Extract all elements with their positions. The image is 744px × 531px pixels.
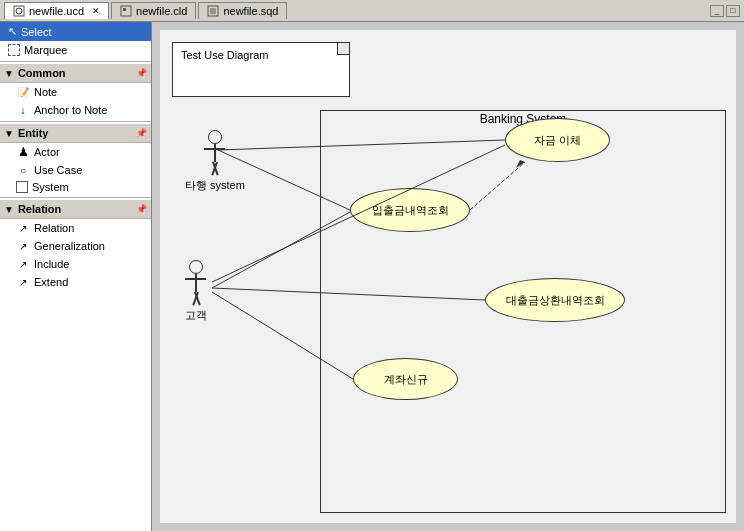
minimize-button[interactable]: _ bbox=[710, 5, 724, 17]
title-bar: newfile.ucd ✕ newfile.cld newfile.sqd _ … bbox=[0, 0, 744, 22]
restore-button[interactable]: □ bbox=[726, 5, 740, 17]
common-expand-icon: ▼ bbox=[4, 68, 14, 79]
note-label: Note bbox=[34, 86, 57, 98]
svg-rect-3 bbox=[123, 8, 126, 11]
sidebar-item-note[interactable]: 📝 Note bbox=[0, 83, 151, 101]
select-label: Select bbox=[21, 26, 52, 38]
actor-taeng-arms bbox=[204, 148, 225, 150]
use-case-icon: ○ bbox=[16, 163, 30, 177]
use-case-jageum-label: 자금 이체 bbox=[534, 133, 581, 148]
separator-2 bbox=[0, 121, 151, 122]
relation-pin-icon[interactable]: 📌 bbox=[136, 204, 147, 214]
note-icon: 📝 bbox=[16, 85, 30, 99]
section-entity[interactable]: ▼ Entity 📌 bbox=[0, 124, 151, 143]
sidebar-item-extend[interactable]: ↗ Extend bbox=[0, 273, 151, 291]
actor-gaekaek-body bbox=[195, 274, 197, 292]
sidebar-item-generalization[interactable]: ↗ Generalization bbox=[0, 237, 151, 255]
separator-3 bbox=[0, 197, 151, 198]
generalization-icon: ↗ bbox=[16, 239, 30, 253]
canvas-area[interactable]: Test Use Diagram Banking System bbox=[152, 22, 744, 531]
use-case-gyejwa-label: 계좌신규 bbox=[384, 372, 428, 387]
sidebar: ↖ Select Marquee ▼ Common 📌 📝 Note ↓ Anc… bbox=[0, 22, 152, 531]
actor-gaekaek-arms bbox=[185, 278, 206, 280]
actor-gaekaek-legs bbox=[194, 292, 199, 306]
sidebar-item-use-case[interactable]: ○ Use Case bbox=[0, 161, 151, 179]
actor-taeng-legs bbox=[212, 162, 217, 176]
svg-point-1 bbox=[16, 8, 22, 14]
tab-cld[interactable]: newfile.cld bbox=[111, 2, 196, 19]
tab-sqd-label: newfile.sqd bbox=[223, 5, 278, 17]
use-case-daechul-label: 대출금상환내역조회 bbox=[506, 293, 605, 308]
actor-taeng-label: 타행 system bbox=[185, 178, 245, 193]
entity-label: Entity bbox=[18, 127, 49, 139]
note-box[interactable]: Test Use Diagram bbox=[172, 42, 350, 97]
common-label: Common bbox=[18, 67, 66, 79]
actor-taeng-figure bbox=[208, 130, 222, 176]
relation-label: Relation bbox=[18, 203, 61, 215]
entity-pin-icon[interactable]: 📌 bbox=[136, 128, 147, 138]
use-case-ibchul[interactable]: 입출금내역조회 bbox=[350, 188, 470, 232]
sidebar-item-relation[interactable]: ↗ Relation bbox=[0, 219, 151, 237]
system-label: System bbox=[32, 181, 69, 193]
select-tool[interactable]: ↖ Select bbox=[0, 22, 151, 41]
generalization-label: Generalization bbox=[34, 240, 105, 252]
system-icon bbox=[16, 181, 28, 193]
extend-icon: ↗ bbox=[16, 275, 30, 289]
sidebar-item-anchor-to-note[interactable]: ↓ Anchor to Note bbox=[0, 101, 151, 119]
use-case-jageum[interactable]: 자금 이체 bbox=[505, 118, 610, 162]
sidebar-item-system[interactable]: System bbox=[0, 179, 151, 195]
relation-item-label: Relation bbox=[34, 222, 74, 234]
include-label: Include bbox=[34, 258, 69, 270]
tab-ucd-close[interactable]: ✕ bbox=[92, 6, 100, 16]
use-case-label: Use Case bbox=[34, 164, 82, 176]
anchor-to-note-label: Anchor to Note bbox=[34, 104, 107, 116]
actor-gaekaek-head bbox=[189, 260, 203, 274]
actor-gaekaek-figure bbox=[189, 260, 203, 306]
relation-expand-icon: ▼ bbox=[4, 204, 14, 215]
actor-icon: ♟ bbox=[16, 145, 30, 159]
entity-expand-icon: ▼ bbox=[4, 128, 14, 139]
tab-ucd[interactable]: newfile.ucd ✕ bbox=[4, 2, 109, 19]
actor-gaekaek-label: 고객 bbox=[185, 308, 207, 323]
diagram-canvas[interactable]: Test Use Diagram Banking System bbox=[160, 30, 736, 523]
note-text: Test Use Diagram bbox=[181, 49, 268, 61]
window-controls: _ □ bbox=[710, 5, 740, 17]
sidebar-item-actor[interactable]: ♟ Actor bbox=[0, 143, 151, 161]
separator-1 bbox=[0, 61, 151, 62]
actor-taeng-head bbox=[208, 130, 222, 144]
note-corner bbox=[337, 43, 349, 55]
include-icon: ↗ bbox=[16, 257, 30, 271]
common-pin-icon[interactable]: 📌 bbox=[136, 68, 147, 78]
actor-taeng[interactable]: 타행 system bbox=[185, 130, 245, 193]
sidebar-item-include[interactable]: ↗ Include bbox=[0, 255, 151, 273]
actor-gaekaek[interactable]: 고객 bbox=[185, 260, 207, 323]
use-case-daechul[interactable]: 대출금상환내역조회 bbox=[485, 278, 625, 322]
tab-cld-label: newfile.cld bbox=[136, 5, 187, 17]
marquee-label: Marquee bbox=[24, 44, 67, 56]
marquee-tool[interactable]: Marquee bbox=[0, 41, 151, 59]
section-common[interactable]: ▼ Common 📌 bbox=[0, 64, 151, 83]
marquee-icon bbox=[8, 44, 20, 56]
tab-ucd-label: newfile.ucd bbox=[29, 5, 84, 17]
use-case-gyejwa[interactable]: 계좌신규 bbox=[353, 358, 458, 400]
extend-label: Extend bbox=[34, 276, 68, 288]
actor-label: Actor bbox=[34, 146, 60, 158]
section-relation[interactable]: ▼ Relation 📌 bbox=[0, 200, 151, 219]
relation-icon: ↗ bbox=[16, 221, 30, 235]
main-layout: ↖ Select Marquee ▼ Common 📌 📝 Note ↓ Anc… bbox=[0, 22, 744, 531]
use-case-ibchul-label: 입출금내역조회 bbox=[372, 203, 449, 218]
tab-sqd[interactable]: newfile.sqd bbox=[198, 2, 287, 19]
cursor-icon: ↖ bbox=[8, 25, 17, 38]
actor-taeng-body bbox=[214, 144, 216, 162]
anchor-icon: ↓ bbox=[16, 103, 30, 117]
